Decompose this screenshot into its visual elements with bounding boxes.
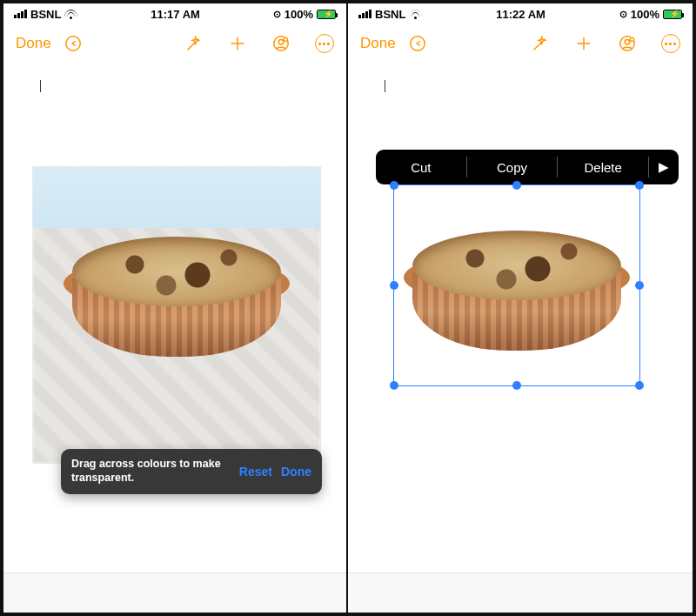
resize-handle-tl[interactable]	[390, 181, 398, 190]
battery-pct: 100%	[631, 8, 659, 21]
document-canvas[interactable]: Cut Copy Delete ▶	[348, 63, 693, 572]
screenshot-right: BSNL 11:22 AM ⊙ 100% ⚡ Done	[348, 2, 694, 614]
popover-more-icon[interactable]: ▶	[649, 159, 679, 175]
reset-button[interactable]: Reset	[239, 465, 272, 479]
text-cursor	[40, 80, 41, 92]
done-button[interactable]: Done	[16, 35, 51, 52]
done-button[interactable]: Done	[360, 35, 396, 52]
markup-toolbar: Done •••	[348, 24, 693, 63]
keyboard-accessory	[3, 572, 346, 613]
selection-frame[interactable]	[393, 184, 640, 386]
resize-handle-bm[interactable]	[512, 381, 521, 390]
muffin-illustration	[404, 220, 630, 351]
wifi-icon	[64, 10, 77, 19]
alpha-done-button[interactable]: Done	[281, 465, 311, 479]
clock: 11:17 AM	[151, 8, 200, 21]
muffin-illustration	[64, 226, 290, 357]
instant-alpha-bar: Drag across colours to make transparent.…	[61, 449, 322, 494]
undo-icon[interactable]	[64, 34, 83, 53]
clock: 11:22 AM	[496, 8, 545, 21]
carrier-label: BSNL	[375, 8, 405, 21]
magic-wand-icon[interactable]	[184, 34, 204, 53]
battery-icon: ⚡	[317, 10, 336, 19]
svg-point-2	[278, 39, 284, 44]
alarm-icon: ⊙	[273, 9, 281, 20]
alarm-icon: ⊙	[619, 9, 627, 20]
resize-handle-br[interactable]	[635, 381, 644, 390]
status-bar: BSNL 11:22 AM ⊙ 100% ⚡	[348, 3, 693, 24]
keyboard-accessory	[348, 572, 693, 613]
markup-toolbar: Done •••	[3, 24, 346, 63]
add-person-icon[interactable]	[271, 34, 291, 53]
resize-handle-tr[interactable]	[635, 181, 644, 190]
carrier-label: BSNL	[30, 8, 61, 21]
copy-button[interactable]: Copy	[467, 160, 558, 175]
wifi-icon	[409, 10, 422, 19]
resize-handle-mr[interactable]	[635, 281, 644, 290]
resize-handle-ml[interactable]	[390, 281, 398, 290]
status-bar: BSNL 11:17 AM ⊙ 100% ⚡	[3, 3, 346, 24]
more-icon[interactable]: •••	[661, 34, 680, 53]
inserted-photo[interactable]	[33, 167, 320, 463]
document-canvas[interactable]: Drag across colours to make transparent.…	[3, 63, 346, 572]
screenshot-left: BSNL 11:17 AM ⊙ 100% ⚡ Done	[2, 2, 348, 614]
cut-button[interactable]: Cut	[376, 160, 466, 175]
instant-alpha-message: Drag across colours to make transparent.	[71, 458, 231, 485]
text-cursor	[385, 80, 385, 92]
battery-icon: ⚡	[663, 10, 682, 19]
svg-point-6	[625, 39, 630, 44]
undo-icon[interactable]	[408, 34, 427, 53]
resize-handle-bl[interactable]	[390, 381, 398, 390]
signal-icon	[14, 10, 27, 18]
resize-handle-tm[interactable]	[512, 181, 521, 190]
signal-icon	[358, 10, 371, 18]
magic-wand-icon[interactable]	[531, 34, 550, 53]
more-icon[interactable]: •••	[315, 34, 334, 53]
plus-icon[interactable]	[574, 34, 593, 53]
delete-button[interactable]: Delete	[558, 160, 648, 175]
plus-icon[interactable]	[228, 34, 247, 53]
battery-pct: 100%	[284, 8, 313, 21]
add-person-icon[interactable]	[618, 34, 637, 53]
edit-popover: Cut Copy Delete ▶	[376, 150, 679, 184]
